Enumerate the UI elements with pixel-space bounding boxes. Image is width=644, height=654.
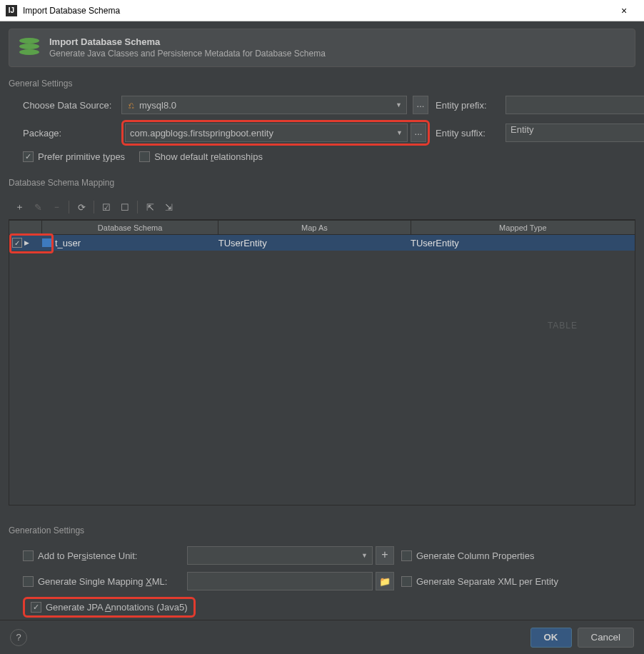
dialog-footer: ? OK Cancel: [0, 620, 644, 654]
jpa-highlight: Generate JPA Annotations (Java5): [23, 597, 196, 618]
package-combo[interactable]: com.apgblogs.firstspringboot.entity ▼: [125, 124, 408, 142]
row-mapped-type: TUserEntity: [411, 238, 635, 248]
checkbox-checked-icon: [23, 151, 34, 162]
entity-suffix-input[interactable]: Entity: [505, 124, 644, 142]
cancel-button[interactable]: Cancel: [578, 628, 635, 648]
entity-suffix-label: Entity suffix:: [436, 128, 500, 139]
remove-button[interactable]: －: [49, 199, 64, 215]
deselect-all-button[interactable]: ☐: [117, 199, 133, 215]
package-label: Package:: [23, 128, 116, 139]
expand-arrow-icon[interactable]: ▶: [24, 239, 29, 246]
package-browse-button[interactable]: ...: [411, 124, 426, 142]
show-default-relationships-label: Show default relationships: [154, 151, 263, 162]
titlebar: IJ Import Database Schema ×: [0, 0, 644, 21]
checkbox-icon: [139, 151, 150, 162]
add-persistence-unit-button[interactable]: +: [376, 546, 394, 565]
table-icon: [42, 238, 52, 247]
generate-column-properties-label: Generate Column Properties: [416, 550, 534, 561]
chevron-down-icon: ▼: [396, 129, 403, 136]
table-watermark: TABLE: [548, 321, 578, 331]
data-source-combo[interactable]: ⎌ mysql8.0 ▼: [121, 96, 407, 114]
data-source-label: Choose Data Source:: [23, 100, 116, 111]
general-settings-label: General Settings: [9, 79, 635, 89]
show-default-relationships-checkbox[interactable]: Show default relationships: [139, 151, 263, 162]
single-mapping-xml-checkbox[interactable]: Generate Single Mapping XML:: [23, 576, 167, 587]
banner-subtitle: Generate Java Classes and Persistence Me…: [49, 49, 326, 59]
single-mapping-xml-label: Generate Single Mapping XML:: [38, 576, 167, 587]
edit-button[interactable]: ✎: [30, 199, 46, 215]
generate-jpa-label: Generate JPA Annotations (Java5): [46, 602, 188, 613]
separate-xml-checkbox[interactable]: Generate Separate XML per Entity: [401, 576, 558, 587]
checkbox-icon: [401, 576, 412, 587]
col-database-schema: Database Schema: [42, 221, 218, 234]
banner-title: Import Database Schema: [49, 36, 326, 47]
mysql-icon: ⎌: [126, 100, 136, 111]
browse-xml-button[interactable]: 📁: [376, 572, 394, 590]
close-button[interactable]: ×: [610, 5, 638, 16]
add-persistence-label: Add to Persistence Unit:: [38, 550, 137, 561]
help-button[interactable]: ?: [10, 629, 27, 646]
row-checkbox[interactable]: [12, 238, 22, 248]
checkbox-icon: [23, 550, 34, 561]
persistence-unit-combo[interactable]: ▼: [187, 546, 373, 565]
checkbox-icon: [23, 576, 34, 587]
add-button[interactable]: ＋: [11, 199, 27, 215]
mapping-xml-path-input[interactable]: [187, 572, 373, 590]
prefer-primitive-checkbox[interactable]: Prefer primitive types: [23, 151, 125, 162]
col-mapped-type: Mapped Type: [411, 221, 635, 234]
select-all-button[interactable]: ☑: [99, 199, 114, 215]
chevron-down-icon: ▼: [361, 552, 368, 559]
app-icon: IJ: [6, 5, 17, 16]
package-value: com.apgblogs.firstspringboot.entity: [130, 128, 273, 139]
schema-mapping-label: Database Schema Mapping: [9, 178, 635, 188]
expand-all-button[interactable]: ⇱: [142, 199, 158, 215]
entity-prefix-label: Entity prefix:: [436, 100, 500, 111]
table-row[interactable]: ▶ t_user TUserEntity TUserEntity: [9, 235, 635, 251]
add-persistence-checkbox[interactable]: Add to Persistence Unit:: [23, 550, 137, 561]
row-name: t_user: [55, 238, 81, 248]
row-map-as: TUserEntity: [218, 238, 411, 248]
collapse-all-button[interactable]: ⇲: [161, 199, 176, 215]
data-source-value: mysql8.0: [139, 100, 176, 111]
folder-icon: 📁: [379, 576, 391, 587]
window-title: Import Database Schema: [23, 6, 610, 16]
banner: Import Database Schema Generate Java Cla…: [9, 29, 635, 67]
entity-prefix-input[interactable]: [505, 96, 644, 114]
schema-toolbar: ＋ ✎ － ⟳ ☑ ☐ ⇱ ⇲: [9, 195, 635, 220]
refresh-button[interactable]: ⟳: [74, 199, 89, 215]
generation-settings-label: Generation Settings: [9, 525, 635, 535]
prefer-primitive-label: Prefer primitive types: [38, 151, 125, 162]
generate-jpa-checkbox[interactable]: Generate JPA Annotations (Java5): [31, 602, 188, 613]
col-map-as: Map As: [218, 221, 411, 234]
generate-column-properties-checkbox[interactable]: Generate Column Properties: [401, 550, 534, 561]
ok-button[interactable]: OK: [530, 628, 572, 648]
data-source-browse-button[interactable]: ...: [413, 96, 428, 114]
checkbox-checked-icon: [31, 602, 41, 613]
separate-xml-label: Generate Separate XML per Entity: [416, 576, 558, 587]
database-icon: [18, 36, 41, 59]
chevron-down-icon: ▼: [396, 101, 402, 109]
checkbox-icon: [401, 550, 412, 561]
schema-table: Database Schema Map As Mapped Type ▶ t_u…: [9, 220, 635, 505]
